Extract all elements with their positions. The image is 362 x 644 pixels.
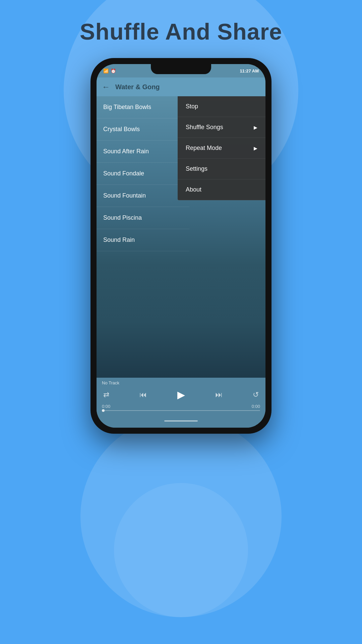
song-label: Sound Fondale <box>103 170 144 177</box>
dropdown-menu: Stop Shuffle Songs ▶ Repeat Mode ▶ Setti… <box>178 96 265 200</box>
content-area: Big Tibetan Bowls Crystal Bowls Sound Af… <box>97 96 265 378</box>
home-indicator <box>164 420 198 422</box>
list-item[interactable]: Sound Piscina <box>97 207 189 229</box>
menu-stop-label: Stop <box>186 103 198 110</box>
no-track-label: No Track <box>102 380 260 385</box>
repeat-button[interactable]: ↺ <box>251 389 260 400</box>
progress-bar[interactable] <box>102 410 260 411</box>
list-item[interactable]: Sound Fountain <box>97 185 189 207</box>
chevron-right-icon: ▶ <box>254 146 257 151</box>
notch <box>151 64 211 74</box>
chevron-right-icon: ▶ <box>254 125 257 130</box>
prev-button[interactable]: ⏮ <box>138 389 148 400</box>
menu-item-repeat[interactable]: Repeat Mode ▶ <box>178 138 265 159</box>
menu-shuffle-label: Shuffle Songs <box>186 124 223 131</box>
play-button[interactable]: ▶ <box>176 387 186 402</box>
time-start: 0:00 <box>102 404 110 409</box>
menu-repeat-label: Repeat Mode <box>186 145 222 152</box>
back-button[interactable]: ← <box>102 82 110 92</box>
menu-item-shuffle[interactable]: Shuffle Songs ▶ <box>178 117 265 138</box>
song-label: Sound Fountain <box>103 192 146 199</box>
song-label: Sound Piscina <box>103 214 142 221</box>
bg-circle-bottom-inner <box>114 483 248 617</box>
time-row: 0:00 0:00 <box>102 404 260 409</box>
song-label: Crystal Bowls <box>103 126 140 132</box>
status-time: 11:27 AM <box>240 68 259 73</box>
song-label: Sound Rain <box>103 236 135 243</box>
list-item[interactable]: Big Tibetan Bowls <box>97 96 189 118</box>
menu-item-stop[interactable]: Stop <box>178 96 265 117</box>
player-bar: No Track ⇄ ⏮ ▶ ⏭ ↺ 0:00 0:00 <box>97 378 265 414</box>
status-left: 📶 ⏰ <box>103 68 116 73</box>
menu-settings-label: Settings <box>186 165 207 172</box>
menu-item-about[interactable]: About <box>178 179 265 200</box>
list-item[interactable]: Crystal Bowls <box>97 118 189 141</box>
app-header: ← Water & Gong <box>97 77 265 96</box>
song-list: Big Tibetan Bowls Crystal Bowls Sound Af… <box>97 96 189 251</box>
signal-icon: 📶 <box>103 68 109 73</box>
list-item[interactable]: Sound Rain <box>97 229 189 251</box>
player-controls: ⇄ ⏮ ▶ ⏭ ↺ <box>102 387 260 402</box>
page-title: Shuffle And Share <box>80 18 282 45</box>
progress-dot <box>102 409 105 412</box>
song-label: Big Tibetan Bowls <box>103 104 151 110</box>
list-item[interactable]: Sound After Rain <box>97 141 189 163</box>
header-title: Water & Gong <box>115 83 160 91</box>
next-button[interactable]: ⏭ <box>214 389 224 400</box>
menu-about-label: About <box>186 186 201 193</box>
phone-bottom-bar <box>97 414 265 428</box>
phone-screen: 📶 ⏰ 11:27 AM ← Water & Gong Big Tibetan … <box>97 64 265 428</box>
phone-frame: 📶 ⏰ 11:27 AM ← Water & Gong Big Tibetan … <box>90 58 272 434</box>
menu-item-settings[interactable]: Settings <box>178 159 265 179</box>
list-item[interactable]: Sound Fondale <box>97 163 189 185</box>
alarm-icon: ⏰ <box>111 68 116 73</box>
time-end: 0:00 <box>252 404 260 409</box>
song-label: Sound After Rain <box>103 148 149 155</box>
shuffle-button[interactable]: ⇄ <box>102 389 111 400</box>
